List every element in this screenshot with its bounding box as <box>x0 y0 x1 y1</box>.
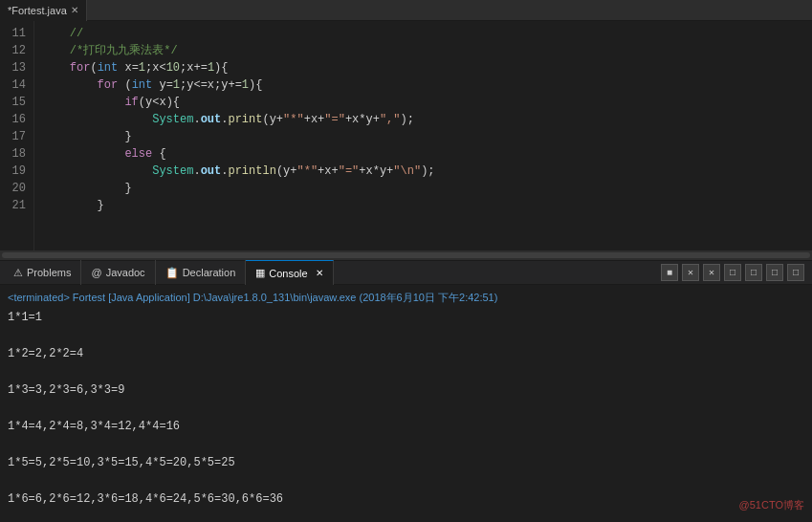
editor-tab-bar: *Fortest.java ✕ <box>0 0 812 21</box>
console-line-6 <box>8 400 804 418</box>
editor-tab[interactable]: *Fortest.java ✕ <box>0 0 87 21</box>
editor-area: 11 12 13 14 15 16 17 18 19 20 21 // /*打印… <box>0 21 812 250</box>
console-line-3: 1*2=2,2*2=4 <box>8 345 804 363</box>
scroll-lock-button[interactable]: ✕ <box>703 264 720 281</box>
tab-console[interactable]: ▦ Console ✕ <box>246 260 333 285</box>
panel-toolbar: ■ ✕ ✕ □ □ □ □ <box>661 264 812 281</box>
console-line-12 <box>8 509 804 522</box>
console-line-8 <box>8 436 804 454</box>
close-panel-button[interactable]: □ <box>787 264 804 281</box>
tab-declaration-label: Declaration <box>183 267 236 278</box>
declaration-icon: 📋 <box>165 267 179 279</box>
tab-label: *Fortest.java <box>8 5 67 16</box>
minimize-button[interactable]: □ <box>766 264 783 281</box>
tab-javadoc-label: Javadoc <box>106 267 145 278</box>
tab-declaration[interactable]: 📋 Declaration <box>156 260 247 285</box>
console-line-5: 1*3=3,2*3=6,3*3=9 <box>8 381 804 400</box>
console-icon: ▦ <box>255 267 265 279</box>
maximize-button[interactable]: □ <box>745 264 762 281</box>
tab-console-label: Console <box>269 268 307 279</box>
panel-tab-bar: ⚠ Problems @ Javadoc 📋 Declaration ▦ Con… <box>0 260 812 285</box>
line-numbers: 11 12 13 14 15 16 17 18 19 20 21 <box>0 21 34 250</box>
console-area: <terminated> Fortest [Java Application] … <box>0 285 812 522</box>
console-line-4 <box>8 363 804 381</box>
pin-button[interactable]: □ <box>724 264 741 281</box>
tab-problems-label: Problems <box>27 267 71 278</box>
console-line-7: 1*4=4,2*4=8,3*4=12,4*4=16 <box>8 418 804 436</box>
tab-close-icon[interactable]: ✕ <box>71 5 78 15</box>
clear-button[interactable]: ✕ <box>682 264 699 281</box>
problems-icon: ⚠ <box>13 267 23 279</box>
console-line-11: 1*6=6,2*6=12,3*6=18,4*6=24,5*6=30,6*6=36 <box>8 490 804 509</box>
console-line-2 <box>8 327 804 345</box>
code-editor[interactable]: // /*打印九九乘法表*/ for(int x=1;x<10;x+=1){ f… <box>34 21 812 250</box>
scrollbar-track <box>2 252 810 258</box>
horizontal-scrollbar[interactable] <box>0 250 812 260</box>
console-header: <terminated> Fortest [Java Application] … <box>8 289 804 307</box>
console-line-9: 1*5=5,2*5=10,3*5=15,4*5=20,5*5=25 <box>8 454 804 472</box>
watermark: @51CTO博客 <box>739 496 804 514</box>
console-line-1: 1*1=1 <box>8 309 804 327</box>
console-close-icon[interactable]: ✕ <box>316 268 323 278</box>
console-line-10 <box>8 472 804 490</box>
tab-problems[interactable]: ⚠ Problems <box>4 260 81 285</box>
tab-javadoc[interactable]: @ Javadoc <box>81 260 155 285</box>
stop-button[interactable]: ■ <box>661 264 678 281</box>
javadoc-icon: @ <box>91 267 101 278</box>
